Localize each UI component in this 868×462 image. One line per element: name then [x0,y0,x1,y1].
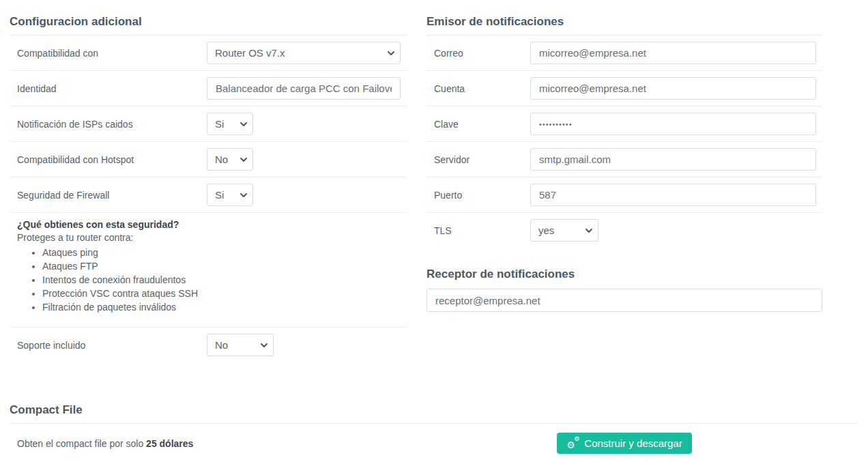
form-row-hotspot: Compatibilidad con Hotspot No [10,142,407,177]
compact-offer-price: 25 dólares [146,438,193,449]
field-label: Correo [426,48,530,59]
correo-input[interactable] [530,42,816,64]
support-select-wrap: No [207,334,274,356]
isp-notification-select-wrap: Si [207,113,253,135]
identity-input[interactable] [207,77,401,100]
form-row-clave: Clave [426,106,822,142]
field-label: Compatibilidad con [10,48,207,59]
section-title-additional-config: Configuracion adicional [10,14,407,35]
field-label: TLS [426,225,530,236]
notification-sender-section: Emisor de notificaciones Correo Cuenta C… [426,14,822,362]
compact-offer-prefix: Obten el compact file por solo [17,438,146,449]
page: Configuracion adicional Compatibilidad c… [0,0,868,462]
field-label: Compatibilidad con Hotspot [10,154,207,165]
protection-item: Ataques FTP [42,261,407,272]
firewall-select[interactable]: Si [207,184,253,206]
compatibility-select[interactable]: Router OS v7.x [207,42,401,64]
hotspot-select[interactable]: No [207,148,253,171]
notification-receiver-section: Receptor de notificaciones [426,268,822,312]
security-info-intro: Proteges a tu router contra: [17,232,407,243]
field-label: Puerto [426,190,530,201]
protection-item: Ataques ping [42,247,407,258]
form-row-support: Soporte incluido No [10,328,407,362]
tls-select-wrap: yes [530,219,598,242]
servidor-input[interactable] [530,148,816,171]
build-download-button[interactable]: ⚙⚙ Construir y descargar [557,433,691,454]
cuenta-input[interactable] [530,77,816,100]
puerto-input[interactable] [530,184,816,206]
form-row-firewall: Seguridad de Firewall Si [10,177,407,213]
section-title-compact-file: Compact File [10,402,858,424]
field-label: Identidad [10,83,207,94]
section-title-emitter: Emisor de notificaciones [426,14,822,35]
form-row-correo: Correo [426,35,822,71]
protection-item: Protección VSC contra ataques SSH [42,288,407,299]
cogs-icon: ⚙⚙ [566,437,579,450]
compact-file-offer-text: Obten el compact file por solo 25 dólare… [10,438,407,449]
field-label: Soporte incluido [10,340,207,351]
security-info-heading: ¿Qué obtienes con esta seguridad? [17,219,407,230]
form-columns: Configuracion adicional Compatibilidad c… [10,14,858,362]
support-select[interactable]: No [207,334,274,356]
field-label: Cuenta [426,83,530,94]
form-row-identity: Identidad [10,71,407,106]
protection-item: Filtración de paquetes inválidos [42,302,407,313]
form-row-puerto: Puerto [426,177,822,213]
build-download-button-label: Construir y descargar [584,437,682,449]
firewall-select-wrap: Si [207,184,253,206]
compatibility-select-wrap: Router OS v7.x [207,42,401,64]
form-row-servidor: Servidor [426,142,822,177]
form-row-cuenta: Cuenta [426,71,822,106]
compact-file-row: Obten el compact file por solo 25 dólare… [10,424,858,454]
receptor-input[interactable] [426,289,822,312]
field-label: Notificación de ISPs caidos [10,119,207,130]
compact-button-zone: ⚙⚙ Construir y descargar [426,433,822,454]
isp-notification-select[interactable]: Si [207,113,253,135]
field-label: Clave [426,119,530,130]
form-row-tls: TLS yes [426,213,822,248]
protection-item: Intentos de conexión fraudulentos [42,274,407,285]
clave-password-input[interactable] [530,113,816,135]
section-title-receiver: Receptor de notificaciones [426,268,822,281]
security-info-block: ¿Qué obtienes con esta seguridad? Proteg… [10,213,407,328]
field-label: Seguridad de Firewall [10,190,207,201]
form-row-compatibility: Compatibilidad con Router OS v7.x [10,35,407,71]
tls-select[interactable]: yes [530,219,598,242]
compact-file-section: Compact File Obten el compact file por s… [10,402,858,462]
additional-config-section: Configuracion adicional Compatibilidad c… [10,14,407,362]
form-row-isp-notification: Notificación de ISPs caidos Si [10,106,407,142]
field-label: Servidor [426,154,530,165]
protection-list: Ataques ping Ataques FTP Intentos de con… [17,247,407,313]
hotspot-select-wrap: No [207,148,253,171]
